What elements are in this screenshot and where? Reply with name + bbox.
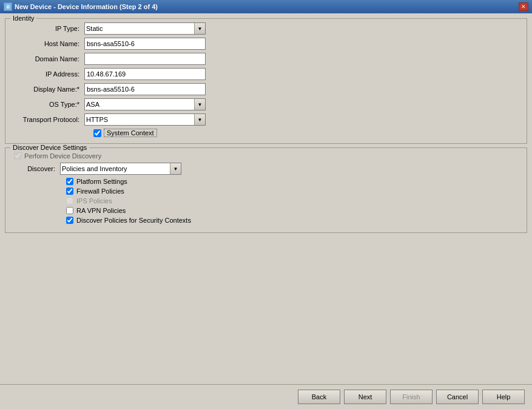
discover-label: Discover: <box>12 165 60 172</box>
cancel-button[interactable]: Cancel <box>436 390 479 404</box>
transport-protocol-label: Transport Protocol: <box>12 116 84 123</box>
ip-type-select[interactable]: Static <box>84 22 206 35</box>
firewall-policies-checkbox[interactable] <box>66 188 73 195</box>
help-button[interactable]: Help <box>482 390 525 404</box>
display-name-row: Display Name:* <box>12 83 520 95</box>
domain-name-input[interactable] <box>84 53 206 65</box>
next-button[interactable]: Next <box>344 390 386 404</box>
discover-settings-legend: Discover Device Settings <box>10 144 89 151</box>
finish-button[interactable]: Finish <box>390 390 433 404</box>
discover-security-contexts-checkbox[interactable] <box>66 217 73 224</box>
discover-security-contexts-label: Discover Policies for Security Contexts <box>76 217 191 224</box>
display-name-input[interactable] <box>84 83 206 95</box>
os-type-row: OS Type:* ASA ▼ <box>12 98 520 110</box>
ips-policies-checkbox[interactable] <box>66 197 73 204</box>
display-name-label: Display Name:* <box>12 86 84 93</box>
back-button[interactable]: Back <box>298 390 340 404</box>
perform-discovery-label: Perform Device Discovery <box>24 152 101 160</box>
os-type-label: OS Type:* <box>12 101 84 108</box>
ra-vpn-policies-checkbox[interactable] <box>66 207 73 214</box>
system-context-label: System Context <box>104 129 157 137</box>
transport-protocol-select-wrapper: HTTPS ▼ <box>84 113 206 126</box>
identity-fieldset: Identity IP Type: Static ▼ Host Name: Do… <box>5 18 527 144</box>
ip-address-label: IP Address: <box>12 70 84 78</box>
platform-settings-label: Platform Settings <box>76 178 127 185</box>
transport-protocol-row: Transport Protocol: HTTPS ▼ <box>12 113 520 126</box>
ip-type-select-wrapper: Static ▼ <box>84 22 206 35</box>
perform-discovery-checkbox[interactable] <box>14 152 22 160</box>
domain-name-label: Domain Name: <box>12 55 84 63</box>
title-bar: 🖥 New Device - Device Information (Step … <box>0 0 532 13</box>
ips-policies-row: IPS Policies <box>64 197 520 204</box>
host-name-row: Host Name: <box>12 38 520 50</box>
os-type-select[interactable]: ASA <box>84 98 206 110</box>
perform-discovery-row: Perform Device Discovery <box>12 152 520 160</box>
platform-settings-checkbox[interactable] <box>66 178 73 185</box>
discover-row: Discover: Policies and Inventory ▼ <box>12 163 520 175</box>
ip-type-row: IP Type: Static ▼ <box>12 22 520 35</box>
button-bar: Back Next Finish Cancel Help <box>0 384 532 409</box>
firewall-policies-row: Firewall Policies <box>64 188 520 195</box>
transport-protocol-select[interactable]: HTTPS <box>84 113 206 126</box>
dialog-body: Identity IP Type: Static ▼ Host Name: Do… <box>0 13 532 384</box>
ips-policies-label: IPS Policies <box>76 197 112 204</box>
discover-dropdown-wrapper: Policies and Inventory ▼ <box>60 163 181 175</box>
discover-checkboxes-area: Platform Settings Firewall Policies IPS … <box>12 178 520 224</box>
ip-address-row: IP Address: <box>12 68 520 80</box>
discover-settings-fieldset: Discover Device Settings Perform Device … <box>5 147 527 233</box>
platform-settings-row: Platform Settings <box>64 178 520 185</box>
firewall-policies-label: Firewall Policies <box>76 188 124 195</box>
os-type-select-wrapper: ASA ▼ <box>84 98 206 110</box>
system-context-checkbox[interactable] <box>93 129 101 137</box>
ip-type-label: IP Type: <box>12 25 84 32</box>
ra-vpn-policies-row: RA VPN Policies <box>64 207 520 214</box>
device-icon: 🖥 <box>4 2 12 11</box>
discover-security-contexts-row: Discover Policies for Security Contexts <box>64 217 520 224</box>
ra-vpn-policies-label: RA VPN Policies <box>76 207 126 214</box>
identity-legend: Identity <box>10 15 36 22</box>
discover-select[interactable]: Policies and Inventory <box>60 163 181 175</box>
host-name-label: Host Name: <box>12 40 84 47</box>
domain-name-row: Domain Name: <box>12 53 520 65</box>
window-close-button[interactable]: ✕ <box>519 2 528 11</box>
host-name-input[interactable] <box>84 38 206 50</box>
title-bar-text: New Device - Device Information (Step 2 … <box>15 3 158 10</box>
system-context-row: System Context <box>12 129 520 137</box>
ip-address-input[interactable] <box>84 68 206 80</box>
title-bar-left: 🖥 New Device - Device Information (Step … <box>4 2 158 11</box>
